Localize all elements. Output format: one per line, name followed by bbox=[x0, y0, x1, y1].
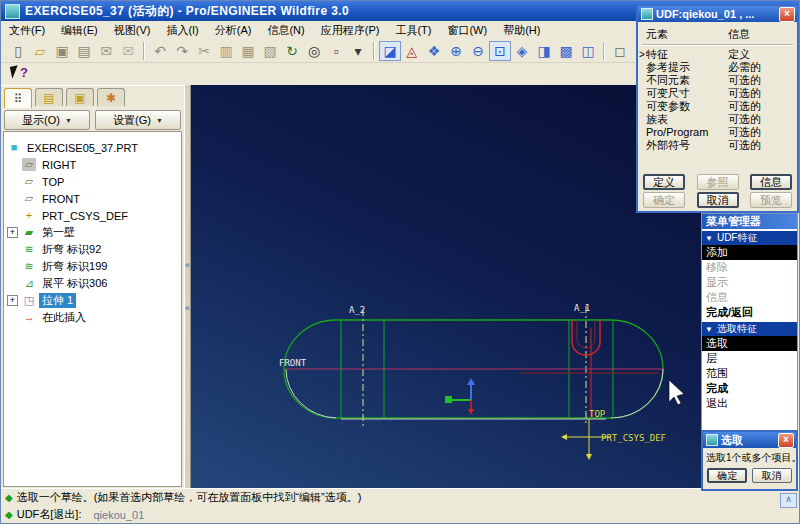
zoom-out-icon[interactable]: ⊖ bbox=[467, 41, 489, 61]
menu-item[interactable]: 文件(F) bbox=[1, 21, 53, 40]
tree-item[interactable]: +▰第一壁 bbox=[4, 224, 181, 241]
preview-button[interactable]: 预览 bbox=[750, 192, 792, 208]
select-rect-icon[interactable]: ▫ bbox=[325, 41, 347, 61]
menu-manager-item[interactable]: 选取 bbox=[702, 336, 797, 351]
udf-element-row[interactable]: 可变参数可选的 bbox=[638, 100, 797, 113]
close-icon[interactable]: × bbox=[779, 7, 795, 22]
menu-section-header[interactable]: ▼UDF特征 bbox=[702, 231, 797, 245]
select-dropdown-icon[interactable]: ▾ bbox=[347, 41, 369, 61]
print-icon[interactable]: ▤ bbox=[73, 41, 95, 61]
send-copy-icon[interactable]: ✉ bbox=[95, 41, 117, 61]
menu-item[interactable]: 视图(V) bbox=[106, 21, 159, 40]
menu-item[interactable]: 分析(A) bbox=[207, 21, 260, 40]
tree-item[interactable]: +◳拉伸 1 bbox=[4, 292, 181, 309]
menu-item[interactable]: 工具(T) bbox=[387, 21, 439, 40]
panel-splitter[interactable]: « « bbox=[184, 85, 191, 488]
paste-icon[interactable]: ▦ bbox=[237, 41, 259, 61]
tree-item[interactable]: ⊿展平 标识306 bbox=[4, 275, 181, 292]
menu-manager-item[interactable]: 范围 bbox=[702, 366, 797, 381]
show-dropdown-button[interactable]: 显示(O) ▼ bbox=[4, 110, 90, 130]
tree-item[interactable]: ▱RIGHT bbox=[4, 156, 181, 173]
menu-manager-item[interactable]: 添加 bbox=[702, 245, 797, 260]
datum-plane-icon: ▱ bbox=[22, 175, 36, 188]
menu-manager-title[interactable]: 菜单管理器 bbox=[702, 214, 797, 229]
menu-item[interactable]: 插入(I) bbox=[158, 21, 206, 40]
menu-item[interactable]: 编辑(E) bbox=[53, 21, 106, 40]
reorient-icon[interactable]: ◈ bbox=[511, 41, 533, 61]
cut-icon[interactable]: ✂ bbox=[193, 41, 215, 61]
undo-icon[interactable]: ↶ bbox=[149, 41, 171, 61]
tree-item-label: 折弯 标识199 bbox=[39, 259, 110, 274]
cancel-button[interactable]: 取消 bbox=[697, 192, 739, 208]
menu-item[interactable]: 帮助(H) bbox=[495, 21, 548, 40]
paste-special-icon[interactable]: ▧ bbox=[259, 41, 281, 61]
display-wireframe-icon[interactable]: ◻ bbox=[609, 41, 631, 61]
select-dialog-titlebar[interactable]: 选取 × bbox=[703, 432, 796, 448]
menu-item[interactable]: 信息(N) bbox=[259, 21, 312, 40]
udf-element-row[interactable]: 不同元素可选的 bbox=[638, 74, 797, 87]
expand-toggle-icon[interactable]: + bbox=[7, 227, 18, 238]
menu-item[interactable]: 窗口(W) bbox=[439, 21, 495, 40]
context-help-button[interactable]: ? bbox=[11, 66, 33, 83]
expand-toggle-icon[interactable]: + bbox=[7, 295, 18, 306]
tree-item[interactable]: +PRT_CSYS_DEF bbox=[4, 207, 181, 224]
select-ok-button[interactable]: 确定 bbox=[707, 468, 747, 483]
tree-item[interactable]: ▱FRONT bbox=[4, 190, 181, 207]
udf-element-row[interactable]: Pro/Program可选的 bbox=[638, 126, 797, 139]
menu-section-header[interactable]: ▼选取特征 bbox=[702, 322, 797, 336]
redo-icon[interactable]: ↷ bbox=[171, 41, 193, 61]
tree-item[interactable]: ≋折弯 标识199 bbox=[4, 258, 181, 275]
menu-manager-item[interactable]: 显示 bbox=[702, 275, 797, 290]
tree-item[interactable]: →在此插入 bbox=[4, 309, 181, 326]
ok-button[interactable]: 确定 bbox=[643, 192, 685, 208]
udf-element-row[interactable]: 可变尺寸可选的 bbox=[638, 87, 797, 100]
regenerate-icon[interactable]: ↻ bbox=[281, 41, 303, 61]
find-icon[interactable]: ◎ bbox=[303, 41, 325, 61]
view-manager-icon[interactable]: ◫ bbox=[577, 41, 599, 61]
refs-button[interactable]: 参照 bbox=[697, 174, 739, 190]
udf-element-row[interactable]: 族表可选的 bbox=[638, 113, 797, 126]
tree-item[interactable]: ■EXERCISE05_37.PRT bbox=[4, 139, 181, 156]
menu-manager-item[interactable]: 信息 bbox=[702, 290, 797, 305]
layers-icon[interactable]: ▩ bbox=[555, 41, 577, 61]
menu-manager-item[interactable]: 退出 bbox=[702, 396, 797, 411]
select-cancel-button[interactable]: 取消 bbox=[752, 468, 792, 483]
menu-item[interactable]: 应用程序(P) bbox=[313, 21, 388, 40]
orient-mode-icon[interactable]: ❖ bbox=[423, 41, 445, 61]
close-icon[interactable]: × bbox=[778, 433, 794, 448]
saved-views-icon[interactable]: ◨ bbox=[533, 41, 555, 61]
copy-icon[interactable]: ▥ bbox=[215, 41, 237, 61]
tree-item-label: 展平 标识306 bbox=[39, 276, 110, 291]
zoom-fit-icon[interactable]: ⊡ bbox=[489, 41, 511, 61]
new-file-icon[interactable]: ▯ bbox=[7, 41, 29, 61]
menu-manager-item[interactable]: 完成/返回 bbox=[702, 305, 797, 320]
tree-item[interactable]: ≋折弯 标识92 bbox=[4, 241, 181, 258]
unbend-icon: ⊿ bbox=[22, 277, 36, 290]
tab-layer-tree[interactable]: ▤ bbox=[35, 88, 63, 106]
front-label: FRONT bbox=[279, 358, 307, 368]
zoom-in-icon[interactable]: ⊕ bbox=[445, 41, 467, 61]
toolbar-separator bbox=[373, 42, 375, 60]
tab-model-tree[interactable]: ⠿ bbox=[4, 88, 32, 108]
open-folder-icon[interactable]: ▱ bbox=[29, 41, 51, 61]
udf-element-row[interactable]: >特征定义 bbox=[638, 48, 797, 61]
prompt-bullet-icon: ◆ bbox=[5, 492, 13, 503]
menu-manager-item[interactable]: 完成 bbox=[702, 381, 797, 396]
menu-manager-item[interactable]: 层 bbox=[702, 351, 797, 366]
tree-item[interactable]: ▱TOP bbox=[4, 173, 181, 190]
menu-manager-item[interactable]: 移除 bbox=[702, 260, 797, 275]
model-tree-panel: ⠿▤▣✱ 显示(O) ▼ 设置(G) ▼ ■EXERCISE05_37.PRT▱… bbox=[1, 85, 184, 489]
define-button[interactable]: 定义 bbox=[643, 174, 685, 190]
udf-element-row[interactable]: 外部符号可选的 bbox=[638, 139, 797, 152]
spin-center-icon[interactable]: ◬ bbox=[401, 41, 423, 61]
info-button[interactable]: 信息 bbox=[750, 174, 792, 190]
tab-customize[interactable]: ✱ bbox=[97, 88, 125, 106]
udf-element-row[interactable]: 参考提示必需的 bbox=[638, 61, 797, 74]
settings-dropdown-button[interactable]: 设置(G) ▼ bbox=[95, 110, 181, 130]
save-icon[interactable]: ▣ bbox=[51, 41, 73, 61]
repaint-icon[interactable]: ◪ bbox=[379, 41, 401, 61]
message-log-scroll-up-button[interactable]: ∧ bbox=[780, 493, 797, 508]
send-link-icon[interactable]: ✉ bbox=[117, 41, 139, 61]
tab-saved-search[interactable]: ▣ bbox=[66, 88, 94, 106]
udf-dialog-titlebar[interactable]: UDF:qiekou_01 , ... × bbox=[638, 6, 797, 22]
